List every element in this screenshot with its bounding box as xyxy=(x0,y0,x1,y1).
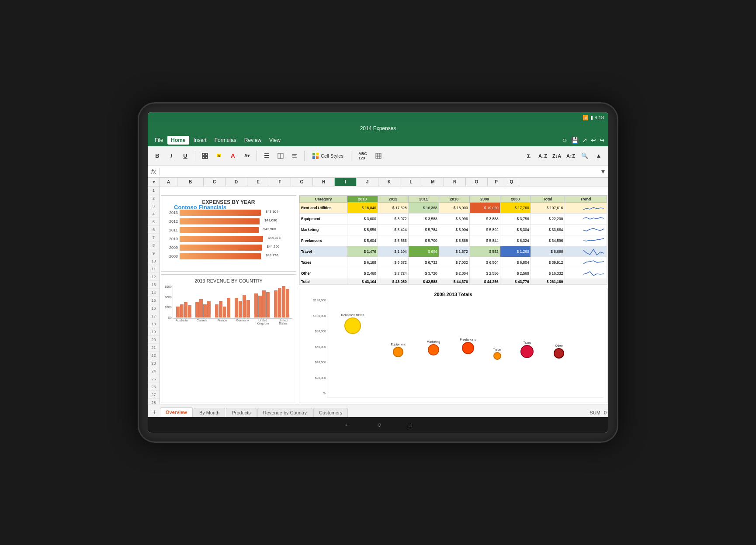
battery-icon: ▮ xyxy=(590,115,593,121)
td-travel-total: $ 6,660 xyxy=(531,246,565,257)
tab-customers[interactable]: Customers xyxy=(313,408,348,417)
back-button[interactable]: ← xyxy=(344,421,351,429)
underline-button[interactable]: U xyxy=(179,150,191,162)
italic-button[interactable]: I xyxy=(165,150,177,162)
td-cat-travel: Travel xyxy=(300,246,347,257)
td-travel-2008: $ 1,260 xyxy=(500,246,531,257)
tab-add-button[interactable]: + xyxy=(149,408,160,417)
title-bar: 2014 Expenses xyxy=(148,123,608,134)
save-icon[interactable]: 💾 xyxy=(571,137,579,144)
table-row-marketing: Marketing $ 5,556 $ 5,424 $ 5,784 $ 5,90… xyxy=(300,224,607,235)
right-content-column: Category 2013 2012 2011 2010 2009 2008 T… xyxy=(299,195,607,403)
menu-home[interactable]: Home xyxy=(167,136,189,145)
row-num-1: 1 xyxy=(148,186,160,194)
tab-by-month[interactable]: By Month xyxy=(194,408,225,417)
col-header-l[interactable]: L xyxy=(400,178,422,186)
find-button[interactable]: 🔍 xyxy=(579,150,591,162)
emoji-icon[interactable]: ☺ xyxy=(562,137,568,144)
row-num-4: 4 xyxy=(148,210,160,218)
sort-za-button[interactable]: Z↓A xyxy=(551,150,563,162)
sort-custom-button[interactable]: A↕Z xyxy=(565,150,577,162)
collapse-button[interactable]: ▲ xyxy=(593,150,605,162)
redo-icon[interactable]: ↪ xyxy=(600,137,605,144)
formula-input[interactable] xyxy=(163,169,601,175)
col-header-h[interactable]: H xyxy=(313,178,335,186)
table-row-other: Other $ 2,460 $ 2,724 $ 3,720 $ 2,304 $ … xyxy=(300,268,607,279)
menu-file[interactable]: File xyxy=(151,136,166,145)
menu-insert[interactable]: Insert xyxy=(190,136,210,145)
col-header-j[interactable]: J xyxy=(357,178,378,186)
menu-formulas[interactable]: Formulas xyxy=(211,136,240,145)
rev-bars-canada xyxy=(195,299,211,317)
col-header-n[interactable]: N xyxy=(444,178,466,186)
merge-button[interactable] xyxy=(274,150,287,162)
bubble-taxes-label: Taxes xyxy=(523,341,531,344)
sum-value: 0 xyxy=(604,410,607,415)
td-travel-2013: $ 1,476 xyxy=(347,246,378,257)
col-header-k[interactable]: K xyxy=(378,178,400,186)
sum-button[interactable]: Σ xyxy=(523,150,535,162)
col-header-c[interactable]: C xyxy=(204,178,225,186)
row-num-6: 6 xyxy=(148,226,160,234)
col-header-p[interactable]: P xyxy=(488,178,505,186)
row-num-11: 11 xyxy=(148,265,160,273)
font-color-button[interactable]: A xyxy=(227,150,239,162)
bubble-equipment-label: Equipment xyxy=(391,343,405,346)
rev-bar-ger-1 xyxy=(235,298,238,317)
font-size-button[interactable]: A▾ xyxy=(241,150,253,162)
fill-color-button[interactable]: A xyxy=(213,150,225,162)
bold-button[interactable]: B xyxy=(151,150,163,162)
cell-styles-button[interactable]: Cell Styles xyxy=(308,150,347,162)
bubble-taxes-circle xyxy=(520,345,534,358)
col-header-d[interactable]: D xyxy=(225,178,247,186)
rev-country-uk xyxy=(253,290,271,317)
bubble-marketing-circle xyxy=(428,344,439,355)
tab-overview[interactable]: Overview xyxy=(160,407,193,417)
home-button[interactable]: ○ xyxy=(377,421,381,429)
bubble-y-100k: $100,000 xyxy=(303,314,326,317)
bar-label-2012: 2012 xyxy=(165,219,178,224)
col-header-f[interactable]: F xyxy=(269,178,291,186)
bubble-marketing: Marketing xyxy=(427,340,440,355)
col-header-a[interactable]: A xyxy=(160,178,177,186)
menu-review[interactable]: Review xyxy=(241,136,265,145)
table-row-total: Total $ 43,104 $ 43,080 $ 42,588 $ 44,37… xyxy=(300,279,607,285)
col-header-b[interactable]: B xyxy=(177,178,204,186)
align-left-button[interactable]: ☰ xyxy=(260,150,273,162)
formula-expand-icon[interactable]: ▾ xyxy=(601,167,605,176)
spreadsheet-body: 1 2 3 4 5 6 7 8 9 10 11 12 13 14 15 16 1… xyxy=(148,186,608,404)
td-total-2010: $ 44,376 xyxy=(439,279,469,285)
row-num-3: 3 xyxy=(148,202,160,210)
table-button[interactable] xyxy=(372,150,385,162)
menu-view[interactable]: View xyxy=(266,136,284,145)
borders-button[interactable] xyxy=(199,150,211,162)
col-header-q[interactable]: Q xyxy=(505,178,518,186)
row-num-12: 12 xyxy=(148,273,160,281)
tab-revenue-by-country[interactable]: Revenue by Country xyxy=(257,408,312,417)
rev-y-900: $900 xyxy=(165,285,172,288)
col-header-g[interactable]: G xyxy=(291,178,313,186)
ribbon-toolbar: B I U A A A▾ ☰ Cel xyxy=(148,146,608,166)
android-nav-bar: ← ○ □ xyxy=(148,417,608,433)
col-header-e[interactable]: E xyxy=(247,178,269,186)
col-header-o[interactable]: O xyxy=(466,178,488,186)
sheet-content: Contoso Financials EXPENSES BY YEAR xyxy=(160,186,608,404)
col-header-i[interactable]: I xyxy=(335,178,357,186)
col-header-m[interactable]: M xyxy=(422,178,444,186)
recent-button[interactable]: □ xyxy=(408,421,412,429)
undo-icon[interactable]: ↩ xyxy=(591,137,596,144)
share-icon[interactable]: ↗ xyxy=(582,137,587,144)
bubble-travel-label: Travel xyxy=(493,348,501,351)
rev-y-0: $0 xyxy=(165,316,172,319)
sheet-tabs: + Overview By Month Products Revenue by … xyxy=(148,404,608,417)
left-charts-column: EXPENSES BY YEAR 2013 $43, xyxy=(161,195,296,403)
bar-container-2010: $44,376 xyxy=(180,236,292,242)
wrap-button[interactable] xyxy=(288,150,301,162)
table-row-taxes: Taxes $ 6,168 $ 6,672 $ 6,732 $ 7,032 $ … xyxy=(300,257,607,268)
num-format-button[interactable]: ABC123 xyxy=(355,150,371,162)
rev-bar-fra-4 xyxy=(227,298,230,317)
svg-rect-13 xyxy=(312,156,315,159)
tab-products[interactable]: Products xyxy=(226,408,256,417)
svg-rect-1 xyxy=(205,153,208,155)
sort-az-button[interactable]: A↓Z xyxy=(537,150,549,162)
